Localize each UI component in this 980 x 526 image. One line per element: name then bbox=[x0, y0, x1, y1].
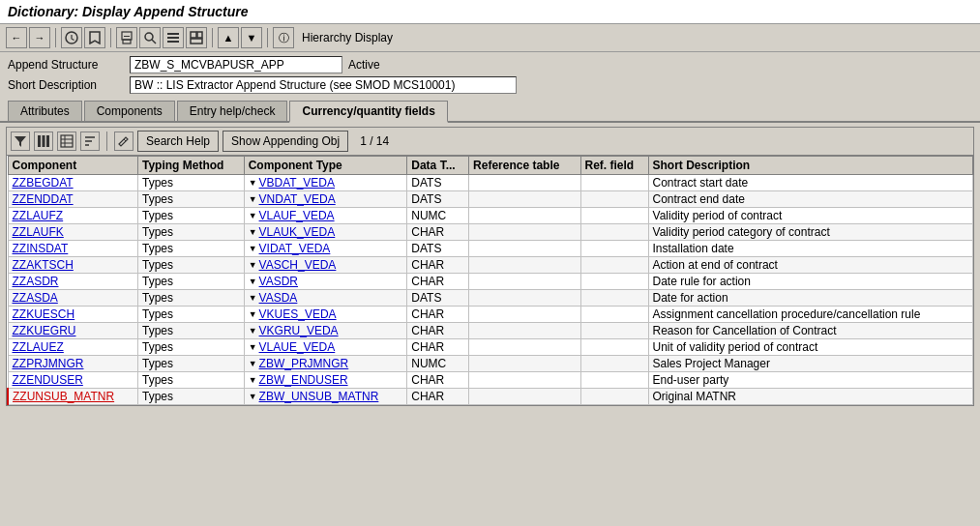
cell-component-type[interactable]: ▼VASCH_VEDA bbox=[244, 257, 407, 274]
cell-data-type: CHAR bbox=[407, 307, 469, 323]
cell-typing-method: Types bbox=[138, 175, 245, 191]
short-description-row: Short Description bbox=[8, 76, 972, 94]
cell-component[interactable]: ZZASDR bbox=[8, 274, 138, 290]
cell-component-type[interactable]: ▼VASDR bbox=[244, 274, 407, 290]
table-row: ZZBEGDATTypes▼VBDAT_VEDADATSContract sta… bbox=[8, 175, 973, 191]
cell-component[interactable]: ZZBEGDAT bbox=[8, 175, 138, 191]
append-structure-input[interactable] bbox=[130, 56, 342, 73]
settings-button[interactable] bbox=[163, 27, 184, 48]
svg-point-4 bbox=[145, 33, 153, 41]
cell-ref-table bbox=[469, 307, 580, 323]
cell-component-type[interactable]: ▼VBDAT_VEDA bbox=[244, 175, 407, 191]
cell-component[interactable]: ZZASDA bbox=[8, 290, 138, 307]
cell-typing-method: Types bbox=[138, 274, 245, 290]
tab-attributes[interactable]: Attributes bbox=[8, 101, 82, 121]
cell-data-type: CHAR bbox=[407, 224, 469, 241]
svg-rect-6 bbox=[167, 33, 179, 35]
cell-component[interactable]: ZZLAUEZ bbox=[8, 339, 138, 356]
svg-line-5 bbox=[152, 40, 156, 44]
title-bar: Dictionary: Display Append Structure bbox=[0, 0, 980, 24]
cell-data-type: CHAR bbox=[407, 389, 469, 405]
cell-component-type[interactable]: ▼VLAUK_VEDA bbox=[244, 224, 407, 241]
sort-icon[interactable] bbox=[80, 132, 100, 151]
print-button[interactable] bbox=[116, 27, 137, 48]
move-down-button[interactable]: ▼ bbox=[241, 27, 262, 48]
toolbar-sep-1 bbox=[55, 28, 56, 47]
cell-ref-table bbox=[469, 175, 580, 191]
tab-entry-help[interactable]: Entry help/check bbox=[177, 101, 288, 121]
cell-typing-method: Types bbox=[138, 389, 245, 405]
cell-ref-field bbox=[580, 208, 648, 224]
components-table: Component Typing Method Component Type D… bbox=[7, 156, 973, 405]
cell-component-type[interactable]: ▼ZBW_ENDUSER bbox=[244, 372, 407, 389]
bookmark-button[interactable] bbox=[84, 27, 105, 48]
form-area: Append Structure Active Short Descriptio… bbox=[0, 52, 980, 101]
cell-component[interactable]: ZZENDUSER bbox=[8, 372, 138, 389]
cell-ref-field bbox=[580, 274, 648, 290]
short-description-input[interactable] bbox=[130, 76, 517, 94]
cell-ref-table bbox=[469, 241, 580, 257]
cell-component-type[interactable]: ▼ZBW_PRJMNGR bbox=[244, 356, 407, 372]
cell-data-type: DATS bbox=[407, 241, 469, 257]
cell-typing-method: Types bbox=[138, 356, 245, 372]
cell-ref-table bbox=[469, 257, 580, 274]
filter-icon[interactable] bbox=[11, 132, 30, 151]
cell-ref-field bbox=[580, 175, 648, 191]
back-button[interactable]: ← bbox=[6, 27, 27, 48]
table-row: ZZLAUFKTypes▼VLAUK_VEDACHARValidity peri… bbox=[8, 224, 973, 241]
cell-typing-method: Types bbox=[138, 224, 245, 241]
tab-currency-qty[interactable]: Currency/quantity fields bbox=[289, 101, 447, 123]
table-header-row: Component Typing Method Component Type D… bbox=[8, 157, 973, 175]
column-icon[interactable] bbox=[34, 132, 53, 151]
main-toolbar: ← → ▲ ▼ ⓘ Hierarchy Display bbox=[0, 24, 980, 52]
append-structure-row: Append Structure Active bbox=[8, 56, 972, 73]
table-row: ZZINSDATTypes▼VIDAT_VEDADATSInstallation… bbox=[8, 241, 973, 257]
cell-ref-field bbox=[580, 372, 648, 389]
svg-rect-14 bbox=[43, 135, 45, 147]
cell-component[interactable]: ZZUNSUB_MATNR bbox=[8, 389, 138, 405]
find-button[interactable] bbox=[139, 27, 161, 48]
cell-component[interactable]: ZZKUEGRU bbox=[8, 323, 138, 339]
cell-component[interactable]: ZZLAUFZ bbox=[8, 208, 138, 224]
cell-typing-method: Types bbox=[138, 323, 245, 339]
cell-typing-method: Types bbox=[138, 290, 245, 307]
table-row: ZZLAUEZTypes▼VLAUE_VEDACHARUnit of valid… bbox=[8, 339, 973, 356]
cell-component-type[interactable]: ▼VASDA bbox=[244, 290, 407, 307]
info-button[interactable]: ⓘ bbox=[273, 27, 294, 48]
cell-ref-field bbox=[580, 307, 648, 323]
edit-icon[interactable] bbox=[114, 132, 134, 151]
col-ref-field: Ref. field bbox=[580, 157, 648, 175]
cell-component-type[interactable]: ▼VIDAT_VEDA bbox=[244, 241, 407, 257]
table-icon[interactable] bbox=[57, 132, 76, 151]
cell-component[interactable]: ZZENDDAT bbox=[8, 191, 138, 208]
show-appending-button[interactable]: Show Appending Obj bbox=[223, 131, 348, 152]
cell-component-type[interactable]: ▼VKUES_VEDA bbox=[244, 307, 407, 323]
cell-data-type: DATS bbox=[407, 175, 469, 191]
cell-component[interactable]: ZZKUESCH bbox=[8, 307, 138, 323]
cell-component[interactable]: ZZPRJMNGR bbox=[8, 356, 138, 372]
cell-short-desc: Reason for Cancellation of Contract bbox=[648, 323, 972, 339]
cell-ref-field bbox=[580, 191, 648, 208]
cell-component-type[interactable]: ▼VLAUE_VEDA bbox=[244, 339, 407, 356]
cell-component[interactable]: ZZAKTSCH bbox=[8, 257, 138, 274]
cell-short-desc: Date for action bbox=[648, 290, 972, 307]
forward-button[interactable]: → bbox=[29, 27, 50, 48]
table-row: ZZENDDATTypes▼VNDAT_VEDADATSContract end… bbox=[8, 191, 973, 208]
cell-component[interactable]: ZZLAUFK bbox=[8, 224, 138, 241]
cell-component-type[interactable]: ▼VNDAT_VEDA bbox=[244, 191, 407, 208]
cell-ref-table bbox=[469, 191, 580, 208]
cell-short-desc: Action at end of contract bbox=[648, 257, 972, 274]
search-help-button[interactable]: Search Help bbox=[137, 131, 219, 152]
cell-component[interactable]: ZZINSDAT bbox=[8, 241, 138, 257]
cell-component-type[interactable]: ▼VKGRU_VEDA bbox=[244, 323, 407, 339]
cell-component-type[interactable]: ▼ZBW_UNSUB_MATNR bbox=[244, 389, 407, 405]
tab-components[interactable]: Components bbox=[84, 101, 175, 121]
col-component-type: Component Type bbox=[244, 157, 407, 175]
cell-component-type[interactable]: ▼VLAUF_VEDA bbox=[244, 208, 407, 224]
cell-ref-field bbox=[580, 224, 648, 241]
history-button[interactable] bbox=[61, 27, 82, 48]
page-title: Dictionary: Display Append Structure bbox=[8, 4, 248, 19]
cell-ref-field bbox=[580, 241, 648, 257]
layout-button[interactable] bbox=[186, 27, 207, 48]
move-up-button[interactable]: ▲ bbox=[218, 27, 239, 48]
